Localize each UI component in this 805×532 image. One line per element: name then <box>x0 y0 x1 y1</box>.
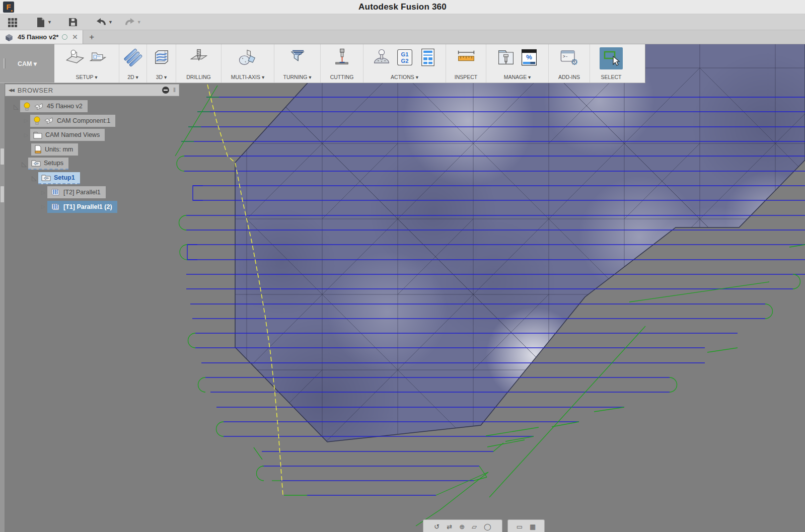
fit-icon[interactable]: ▱ <box>472 524 477 532</box>
document-tab-label: 45 Панно v2* <box>18 33 58 41</box>
tree-row-named-views[interactable]: ▷ CAM Named Views <box>5 128 186 142</box>
app-grid-button[interactable] <box>5 16 20 29</box>
measure-icon[interactable] <box>455 47 477 67</box>
tree-item-label: Setups <box>44 160 63 167</box>
left-panel-strip <box>0 83 5 532</box>
parallel-toolpath-icon <box>50 202 60 211</box>
ribbon-group-inspect[interactable]: INSPECT <box>446 44 486 83</box>
tree-row-toolpath-t1[interactable]: ▷ [T1] Parallel1 (2) <box>5 200 186 214</box>
workspace-switcher[interactable]: CAM ▾ <box>0 44 54 83</box>
setups-folder-icon <box>31 159 41 167</box>
zoom-icon[interactable]: ⊕ <box>459 524 465 532</box>
undo-button[interactable]: ▼ <box>93 16 115 29</box>
display-settings-icon[interactable]: ▭ <box>517 524 523 532</box>
tree-row-toolpath-t2[interactable]: ▷ [T2] Parallel1 <box>5 185 186 200</box>
browser-header[interactable]: ◀◀ BROWSER ‖ <box>5 84 179 96</box>
pan-icon[interactable]: ⇄ <box>447 524 452 532</box>
ribbon-group-add-ins[interactable]: >- ⚙ ADD-INS <box>549 44 590 83</box>
cutting-icon[interactable] <box>332 47 352 67</box>
2d-milling-icon[interactable] <box>123 47 143 67</box>
ribbon-group-multi-axis[interactable]: MULTI-AXIS ▾ <box>222 44 274 83</box>
post-process-icon[interactable] <box>372 47 392 67</box>
browser-panel: ◀◀ BROWSER ‖ ◺ 45 Панно v2 <box>5 84 186 214</box>
expand-closed-icon[interactable]: ▷ <box>39 203 47 210</box>
panel-resize-handle[interactable]: ‖ <box>173 87 176 94</box>
ribbon-group-cutting[interactable]: CUTTING <box>321 44 363 83</box>
ribbon-group-drilling[interactable]: DRILLING <box>176 44 222 83</box>
tree-row-units[interactable]: Units: mm <box>5 142 186 157</box>
new-setup-icon[interactable] <box>65 47 85 67</box>
orbit-lock-icon[interactable]: ↺ <box>434 524 440 532</box>
orbit-icon[interactable]: ◯ <box>484 524 491 532</box>
tab-close-icon[interactable]: ✕ <box>72 34 78 40</box>
new-tab-button[interactable]: + <box>83 30 100 44</box>
ribbon-group-label: SETUP ▾ <box>76 74 97 80</box>
ribbon-group-label: ADD-INS <box>558 74 580 80</box>
document-cube-icon <box>4 32 14 42</box>
grid-settings-icon[interactable]: ▦ <box>530 524 536 532</box>
browser-tree: ◺ 45 Панно v2 ▷ <box>5 99 186 214</box>
ribbon-group-3d[interactable]: 3D ▾ <box>147 44 176 83</box>
ribbon-group-label: INSPECT <box>455 74 478 80</box>
tree-row-setup1[interactable]: ◺ Setup1 <box>5 171 186 186</box>
setup-sheet-icon[interactable] <box>418 47 438 67</box>
post-library-icon[interactable]: % <box>519 47 539 67</box>
tree-item-label: CAM Component:1 <box>57 117 110 124</box>
ribbon-grip[interactable] <box>4 58 6 68</box>
3d-milling-icon[interactable] <box>152 47 172 67</box>
setup-from-folder-icon[interactable] <box>88 47 108 67</box>
ribbon-filler <box>632 44 645 83</box>
expand-closed-icon[interactable]: ▷ <box>22 132 30 138</box>
tree-row-setups[interactable]: ◺ Setups <box>5 157 186 171</box>
tree-row-component[interactable]: ▷ CAM Component:1 <box>5 114 186 128</box>
folder-icon <box>33 131 42 139</box>
ribbon-group-label: ACTIONS ▾ <box>391 74 418 80</box>
ribbon-group-manage[interactable]: % MANAGE ▾ <box>486 44 549 83</box>
ribbon-group-select[interactable]: SELECT <box>590 44 632 83</box>
bulb-icon[interactable] <box>23 102 31 111</box>
ribbon-group-actions[interactable]: G1 G2 ACTIONS ▾ <box>363 44 446 83</box>
hide-all-icon[interactable] <box>162 87 169 94</box>
scripts-addins-icon[interactable]: >- ⚙ <box>559 47 580 67</box>
tree-item-label: [T1] Parallel1 (2) <box>63 203 112 210</box>
setup-folder-icon <box>41 174 51 182</box>
ribbon-group-setup[interactable]: SETUP ▾ <box>54 44 119 83</box>
select-tool-active[interactable] <box>600 47 623 69</box>
expand-closed-icon[interactable]: ▷ <box>22 117 30 124</box>
gcode-g1g2-icon[interactable]: G1 G2 <box>395 47 415 67</box>
drilling-icon[interactable] <box>189 47 209 67</box>
collapse-panel-icon[interactable]: ◀◀ <box>9 88 14 93</box>
svg-text:G2: G2 <box>401 58 408 64</box>
ribbon-group-label: 3D ▾ <box>156 74 167 80</box>
redo-button[interactable]: ▼ <box>122 16 143 29</box>
document-tab-bar: 45 Панно v2* ✕ + <box>0 30 805 44</box>
tree-item-label: CAM Named Views <box>45 131 100 138</box>
bulb-icon[interactable] <box>33 116 41 125</box>
ribbon-toolbar: CAM ▾ SETUP ▾ <box>0 44 645 83</box>
multi-axis-icon[interactable] <box>237 47 258 67</box>
fusion-logo-icon[interactable]: F <box>3 2 14 13</box>
file-caret-icon: ▼ <box>47 20 52 25</box>
document-tab[interactable]: 45 Панно v2* ✕ <box>0 30 83 44</box>
expand-open-icon[interactable]: ◺ <box>12 103 20 110</box>
expand-open-icon[interactable]: ◺ <box>30 174 38 182</box>
panel-grip-handle[interactable] <box>1 148 4 165</box>
select-cursor-icon <box>601 49 621 68</box>
title-bar: F Autodesk Fusion 360 <box>0 0 805 14</box>
redo-caret-icon: ▼ <box>137 20 141 25</box>
panel-grip-handle[interactable] <box>1 186 4 202</box>
expand-closed-icon[interactable]: ▷ <box>39 189 47 196</box>
svg-text:>-: >- <box>562 54 568 59</box>
display-settings-bar: ▭ ▦ <box>507 519 545 532</box>
tab-status-icon <box>62 34 67 40</box>
save-button[interactable] <box>65 16 81 29</box>
ribbon-group-2d[interactable]: 2D ▾ <box>119 44 147 83</box>
ribbon-group-turning[interactable]: TURNING ▾ <box>274 44 321 83</box>
tool-library-icon[interactable] <box>496 47 516 67</box>
app-grid-icon <box>7 17 18 28</box>
turning-icon[interactable] <box>287 47 308 67</box>
tree-row-root[interactable]: ◺ 45 Панно v2 <box>5 99 186 114</box>
expand-open-icon[interactable]: ◺ <box>20 160 28 168</box>
file-button[interactable]: ▼ <box>32 16 54 29</box>
units-icon <box>34 145 42 154</box>
